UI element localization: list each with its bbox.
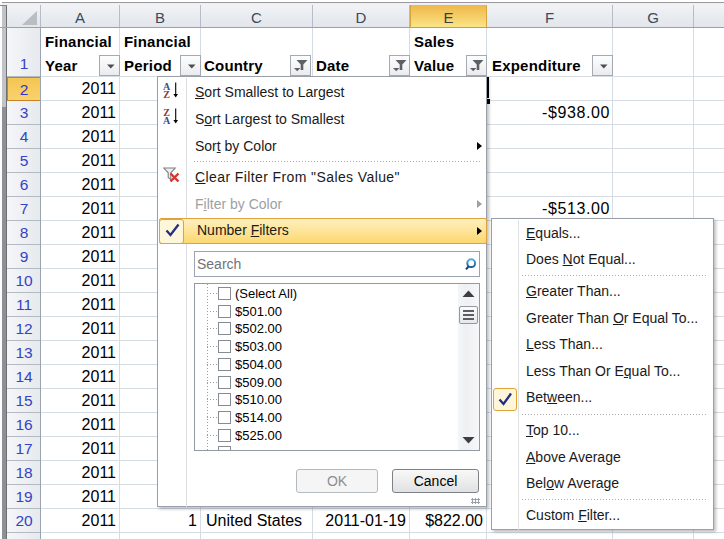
svg-text:Z: Z <box>163 89 170 100</box>
svg-text:A: A <box>163 115 171 126</box>
